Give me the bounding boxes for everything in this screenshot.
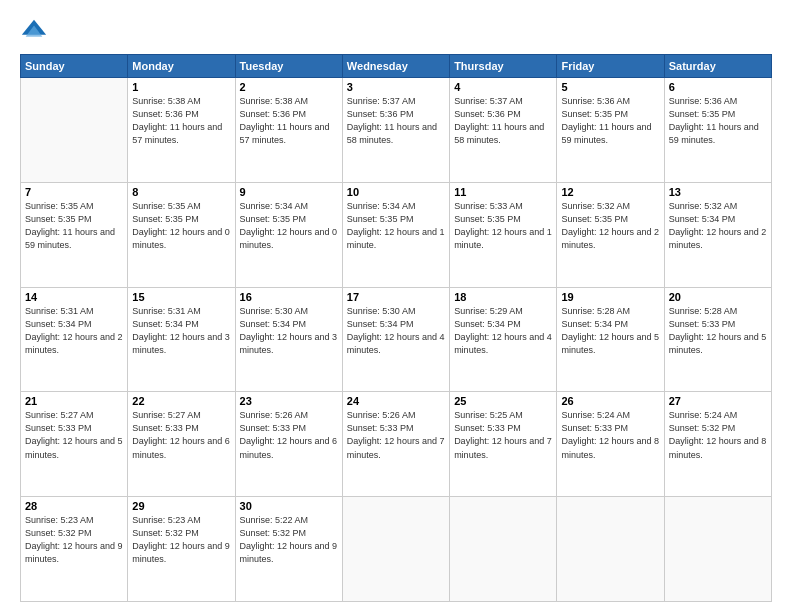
calendar-cell: 22Sunrise: 5:27 AMSunset: 5:33 PMDayligh… [128,392,235,497]
day-number: 27 [669,395,767,407]
calendar-cell: 21Sunrise: 5:27 AMSunset: 5:33 PMDayligh… [21,392,128,497]
day-number: 13 [669,186,767,198]
day-info: Sunrise: 5:23 AMSunset: 5:32 PMDaylight:… [132,514,230,566]
calendar-week-row: 21Sunrise: 5:27 AMSunset: 5:33 PMDayligh… [21,392,772,497]
day-info: Sunrise: 5:22 AMSunset: 5:32 PMDaylight:… [240,514,338,566]
calendar-cell: 25Sunrise: 5:25 AMSunset: 5:33 PMDayligh… [450,392,557,497]
day-info: Sunrise: 5:36 AMSunset: 5:35 PMDaylight:… [669,95,767,147]
calendar-cell: 27Sunrise: 5:24 AMSunset: 5:32 PMDayligh… [664,392,771,497]
calendar-cell: 26Sunrise: 5:24 AMSunset: 5:33 PMDayligh… [557,392,664,497]
calendar-cell: 8Sunrise: 5:35 AMSunset: 5:35 PMDaylight… [128,182,235,287]
calendar-cell [21,78,128,183]
calendar-cell [342,497,449,602]
day-number: 18 [454,291,552,303]
day-info: Sunrise: 5:23 AMSunset: 5:32 PMDaylight:… [25,514,123,566]
day-info: Sunrise: 5:24 AMSunset: 5:32 PMDaylight:… [669,409,767,461]
weekday-header: Thursday [450,55,557,78]
day-info: Sunrise: 5:37 AMSunset: 5:36 PMDaylight:… [347,95,445,147]
calendar-cell: 4Sunrise: 5:37 AMSunset: 5:36 PMDaylight… [450,78,557,183]
calendar-header-row: SundayMondayTuesdayWednesdayThursdayFrid… [21,55,772,78]
day-info: Sunrise: 5:30 AMSunset: 5:34 PMDaylight:… [347,305,445,357]
calendar-cell: 12Sunrise: 5:32 AMSunset: 5:35 PMDayligh… [557,182,664,287]
day-info: Sunrise: 5:36 AMSunset: 5:35 PMDaylight:… [561,95,659,147]
weekday-header: Wednesday [342,55,449,78]
day-number: 3 [347,81,445,93]
day-info: Sunrise: 5:27 AMSunset: 5:33 PMDaylight:… [25,409,123,461]
calendar-cell: 13Sunrise: 5:32 AMSunset: 5:34 PMDayligh… [664,182,771,287]
calendar-table: SundayMondayTuesdayWednesdayThursdayFrid… [20,54,772,602]
weekday-header: Tuesday [235,55,342,78]
logo-icon [20,18,48,46]
weekday-header: Saturday [664,55,771,78]
day-number: 4 [454,81,552,93]
day-info: Sunrise: 5:34 AMSunset: 5:35 PMDaylight:… [240,200,338,252]
calendar-cell: 19Sunrise: 5:28 AMSunset: 5:34 PMDayligh… [557,287,664,392]
calendar-cell: 2Sunrise: 5:38 AMSunset: 5:36 PMDaylight… [235,78,342,183]
calendar-cell: 15Sunrise: 5:31 AMSunset: 5:34 PMDayligh… [128,287,235,392]
weekday-header: Sunday [21,55,128,78]
day-number: 7 [25,186,123,198]
page: SundayMondayTuesdayWednesdayThursdayFrid… [0,0,792,612]
day-info: Sunrise: 5:38 AMSunset: 5:36 PMDaylight:… [240,95,338,147]
day-number: 26 [561,395,659,407]
day-info: Sunrise: 5:31 AMSunset: 5:34 PMDaylight:… [132,305,230,357]
day-number: 19 [561,291,659,303]
day-number: 22 [132,395,230,407]
day-number: 9 [240,186,338,198]
header [20,18,772,46]
day-info: Sunrise: 5:26 AMSunset: 5:33 PMDaylight:… [240,409,338,461]
day-info: Sunrise: 5:32 AMSunset: 5:35 PMDaylight:… [561,200,659,252]
calendar-cell: 1Sunrise: 5:38 AMSunset: 5:36 PMDaylight… [128,78,235,183]
day-number: 8 [132,186,230,198]
day-number: 20 [669,291,767,303]
day-info: Sunrise: 5:28 AMSunset: 5:33 PMDaylight:… [669,305,767,357]
calendar-week-row: 28Sunrise: 5:23 AMSunset: 5:32 PMDayligh… [21,497,772,602]
day-info: Sunrise: 5:35 AMSunset: 5:35 PMDaylight:… [25,200,123,252]
day-info: Sunrise: 5:26 AMSunset: 5:33 PMDaylight:… [347,409,445,461]
day-number: 14 [25,291,123,303]
calendar-week-row: 7Sunrise: 5:35 AMSunset: 5:35 PMDaylight… [21,182,772,287]
day-number: 28 [25,500,123,512]
calendar-cell: 14Sunrise: 5:31 AMSunset: 5:34 PMDayligh… [21,287,128,392]
calendar-cell [664,497,771,602]
day-number: 17 [347,291,445,303]
day-number: 30 [240,500,338,512]
calendar-cell: 30Sunrise: 5:22 AMSunset: 5:32 PMDayligh… [235,497,342,602]
day-info: Sunrise: 5:30 AMSunset: 5:34 PMDaylight:… [240,305,338,357]
calendar-cell [450,497,557,602]
day-number: 6 [669,81,767,93]
calendar-cell: 24Sunrise: 5:26 AMSunset: 5:33 PMDayligh… [342,392,449,497]
calendar-cell: 18Sunrise: 5:29 AMSunset: 5:34 PMDayligh… [450,287,557,392]
day-info: Sunrise: 5:37 AMSunset: 5:36 PMDaylight:… [454,95,552,147]
day-info: Sunrise: 5:35 AMSunset: 5:35 PMDaylight:… [132,200,230,252]
calendar-cell: 11Sunrise: 5:33 AMSunset: 5:35 PMDayligh… [450,182,557,287]
day-number: 21 [25,395,123,407]
day-info: Sunrise: 5:29 AMSunset: 5:34 PMDaylight:… [454,305,552,357]
day-number: 29 [132,500,230,512]
weekday-header: Friday [557,55,664,78]
day-number: 2 [240,81,338,93]
calendar-cell: 20Sunrise: 5:28 AMSunset: 5:33 PMDayligh… [664,287,771,392]
day-info: Sunrise: 5:33 AMSunset: 5:35 PMDaylight:… [454,200,552,252]
calendar-cell: 6Sunrise: 5:36 AMSunset: 5:35 PMDaylight… [664,78,771,183]
calendar-cell: 3Sunrise: 5:37 AMSunset: 5:36 PMDaylight… [342,78,449,183]
calendar-cell: 7Sunrise: 5:35 AMSunset: 5:35 PMDaylight… [21,182,128,287]
weekday-header: Monday [128,55,235,78]
day-number: 16 [240,291,338,303]
day-number: 12 [561,186,659,198]
day-number: 10 [347,186,445,198]
day-info: Sunrise: 5:25 AMSunset: 5:33 PMDaylight:… [454,409,552,461]
calendar-cell: 9Sunrise: 5:34 AMSunset: 5:35 PMDaylight… [235,182,342,287]
day-number: 11 [454,186,552,198]
calendar-cell: 23Sunrise: 5:26 AMSunset: 5:33 PMDayligh… [235,392,342,497]
day-info: Sunrise: 5:28 AMSunset: 5:34 PMDaylight:… [561,305,659,357]
logo [20,18,52,46]
day-info: Sunrise: 5:24 AMSunset: 5:33 PMDaylight:… [561,409,659,461]
calendar-cell: 16Sunrise: 5:30 AMSunset: 5:34 PMDayligh… [235,287,342,392]
calendar-cell: 17Sunrise: 5:30 AMSunset: 5:34 PMDayligh… [342,287,449,392]
day-info: Sunrise: 5:38 AMSunset: 5:36 PMDaylight:… [132,95,230,147]
day-info: Sunrise: 5:27 AMSunset: 5:33 PMDaylight:… [132,409,230,461]
calendar-week-row: 1Sunrise: 5:38 AMSunset: 5:36 PMDaylight… [21,78,772,183]
calendar-cell [557,497,664,602]
day-number: 5 [561,81,659,93]
